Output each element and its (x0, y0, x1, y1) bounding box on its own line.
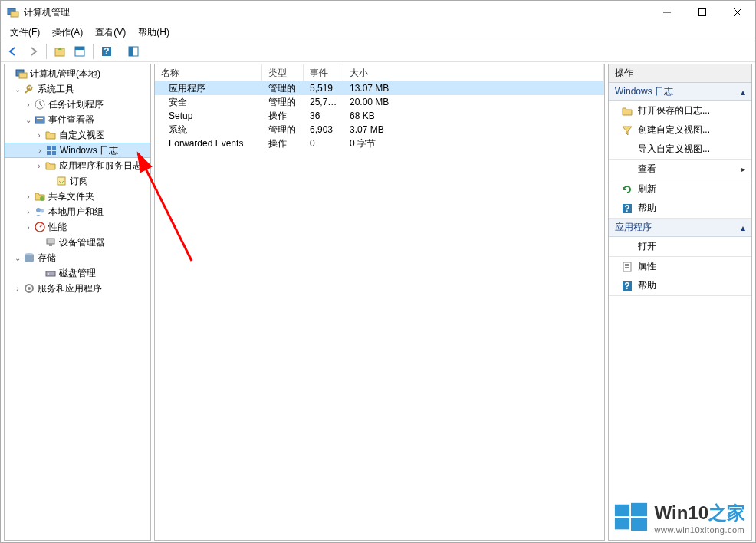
svg-rect-40 (625, 267, 629, 268)
toolbar-icon-2[interactable] (124, 42, 143, 61)
watermark-url: www.win10xitong.com (655, 525, 745, 535)
tree-performance[interactable]: ›性能 (5, 219, 150, 235)
blank-icon (621, 163, 633, 176)
tree-services[interactable]: ›服务和应用程序 (5, 281, 150, 296)
minimize-button[interactable] (649, 1, 685, 24)
svg-point-25 (36, 208, 41, 212)
watermark-suffix: 之家 (708, 502, 745, 523)
svg-rect-14 (19, 73, 27, 78)
svg-rect-29 (49, 244, 52, 246)
caret-right-icon[interactable]: › (12, 285, 23, 293)
action-help[interactable]: ?帮助 (609, 199, 751, 218)
diskmgmt-icon (44, 267, 57, 279)
menu-help[interactable]: 帮助(H) (132, 25, 176, 41)
eventviewer-icon (34, 114, 46, 126)
action-refresh[interactable]: 刷新 (609, 179, 751, 199)
svg-rect-38 (625, 264, 629, 265)
action-import-view[interactable]: 导入自定义视图... (609, 140, 751, 159)
folder-icon (44, 129, 57, 141)
tree-diskmgmt[interactable]: 磁盘管理 (5, 265, 150, 281)
actions-group-header[interactable]: 应用程序▴ (609, 219, 751, 237)
window-buttons (649, 1, 755, 24)
toolbar-separator (93, 44, 94, 59)
help-button[interactable]: ? (97, 42, 116, 61)
tools-icon (23, 83, 35, 95)
blank-icon (621, 143, 633, 156)
caret-down-icon[interactable]: ⌄ (23, 116, 34, 124)
sharedfolders-icon (34, 190, 46, 202)
tree-root[interactable]: 计算机管理(本地) (5, 66, 150, 81)
menu-view[interactable]: 查看(V) (89, 25, 132, 41)
computer-icon (15, 67, 28, 80)
caret-down-icon[interactable]: ⌄ (12, 254, 23, 262)
svg-rect-39 (625, 265, 629, 266)
caret-down-icon[interactable]: ⌄ (12, 85, 23, 94)
caret-right-icon[interactable]: › (35, 146, 45, 155)
maximize-button[interactable] (685, 1, 720, 24)
col-size[interactable]: 大小 (343, 64, 604, 81)
collapse-icon: ▴ (741, 87, 745, 97)
caret-right-icon[interactable]: › (34, 131, 44, 140)
action-help-2[interactable]: ?帮助 (609, 276, 751, 295)
action-properties[interactable]: 属性 (609, 257, 751, 276)
action-open-saved[interactable]: 打开保存的日志... (609, 101, 751, 120)
caret-right-icon[interactable]: › (34, 162, 44, 170)
list-row[interactable]: 系统 管理的 6,903 3.07 MB (155, 123, 604, 137)
col-events[interactable]: 事件数 (304, 64, 343, 81)
col-name[interactable]: 名称 (155, 64, 262, 81)
svg-rect-17 (37, 118, 43, 119)
svg-rect-1 (11, 12, 18, 17)
close-button[interactable] (720, 1, 755, 24)
up-button[interactable] (51, 42, 69, 61)
tree-scheduler[interactable]: ›任务计划程序 (5, 97, 150, 112)
performance-icon (34, 221, 46, 233)
watermark: Win10之家 www.win10xitong.com (613, 500, 745, 535)
tree-storage[interactable]: ⌄存储 (5, 250, 150, 265)
tree-panel[interactable]: 计算机管理(本地) ⌄系统工具 ›任务计划程序 ⌄事件查看器 ›自定义视图 ›W… (4, 64, 151, 541)
tree-subscription[interactable]: 订阅 (5, 173, 150, 189)
actions-group-header[interactable]: Windows 日志▴ (609, 83, 751, 101)
tree-appsvclog[interactable]: ›应用程序和服务日志 (5, 158, 150, 173)
action-open[interactable]: 打开 (609, 237, 751, 256)
list-body[interactable]: 应用程序 管理的 5,519 13.07 MB 安全 管理的 25,799 20… (155, 81, 604, 540)
help-icon: ? (621, 202, 633, 215)
menu-file[interactable]: 文件(F) (4, 25, 46, 41)
devicemgr-icon (44, 236, 57, 248)
list-row[interactable]: Forwarded Events 操作 0 0 字节 (155, 137, 604, 150)
back-button[interactable] (4, 42, 22, 61)
svg-rect-3 (699, 9, 706, 16)
actions-group-2: 应用程序▴ 打开 属性 ?帮助 (609, 219, 751, 296)
list-row[interactable]: 应用程序 管理的 5,519 13.07 MB (155, 81, 604, 95)
action-view[interactable]: 查看▸ (609, 160, 751, 179)
caret-right-icon[interactable]: › (23, 193, 34, 201)
main-panel: 名称 类型 事件数 大小 应用程序 管理的 5,519 13.07 MB 安全 … (154, 64, 605, 541)
tree-localusers[interactable]: ›本地用户和组 (5, 204, 150, 219)
menu-action[interactable]: 操作(A) (46, 25, 89, 41)
menubar: 文件(F) 操作(A) 查看(V) 帮助(H) (1, 24, 755, 41)
svg-rect-22 (52, 151, 56, 155)
tree-eventviewer[interactable]: ⌄事件查看器 (5, 112, 150, 127)
svg-rect-45 (631, 503, 647, 516)
caret-right-icon[interactable]: › (23, 208, 34, 216)
tree-winlog[interactable]: ›Windows 日志 (5, 143, 150, 158)
svg-text:?: ? (624, 203, 629, 214)
tree-devicemgr[interactable]: 设备管理器 (5, 235, 150, 250)
toolbar-icon-1[interactable] (71, 42, 89, 61)
tree-systools[interactable]: ⌄系统工具 (5, 81, 150, 97)
caret-right-icon[interactable]: › (23, 100, 34, 109)
action-create-view[interactable]: 创建自定义视图... (609, 120, 751, 140)
tree-customview[interactable]: ›自定义视图 (5, 127, 150, 143)
list-row[interactable]: Setup 操作 36 68 KB (155, 109, 604, 123)
list-row[interactable]: 安全 管理的 25,799 20.00 MB (155, 95, 604, 109)
svg-rect-8 (75, 47, 84, 50)
forward-button[interactable] (24, 42, 42, 61)
svg-text:?: ? (624, 281, 629, 291)
collapse-icon: ▴ (741, 222, 745, 233)
folder-open-icon (621, 105, 633, 117)
blank-icon (621, 241, 633, 253)
col-type[interactable]: 类型 (262, 64, 304, 81)
svg-rect-20 (52, 146, 56, 150)
svg-rect-44 (614, 505, 629, 516)
tree-sharedfolders[interactable]: ›共享文件夹 (5, 189, 150, 204)
caret-right-icon[interactable]: › (23, 223, 34, 232)
